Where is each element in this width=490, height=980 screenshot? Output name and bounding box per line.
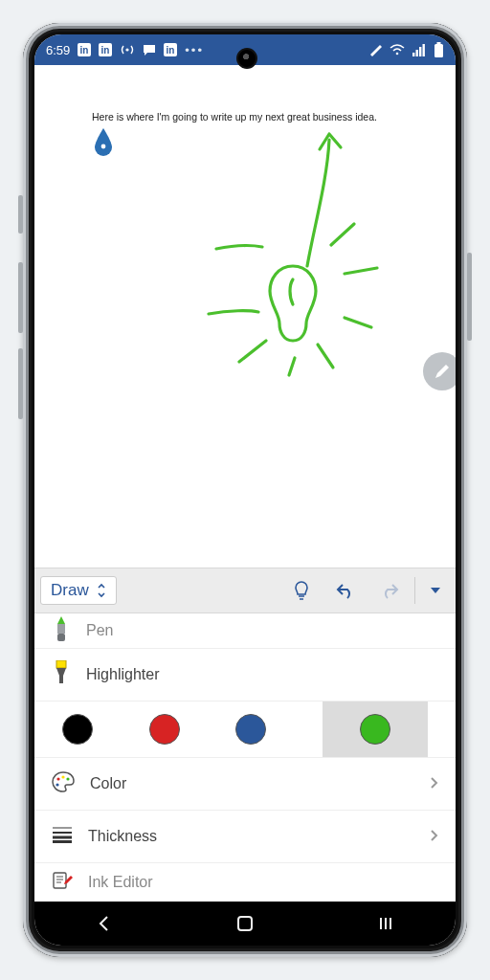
svg-text:in: in [80,45,89,56]
svg-point-22 [56,783,58,786]
signal-icon [412,43,426,56]
svg-rect-28 [238,917,252,930]
svg-rect-13 [434,44,443,57]
svg-rect-10 [419,47,421,56]
option-ink-editor[interactable]: Ink Editor [34,863,456,902]
document-text: Here is where I'm going to write up my n… [92,111,377,122]
ribbon-toolbar: Draw [34,568,456,613]
power-button [467,253,472,341]
nav-recents-button[interactable] [357,908,414,939]
svg-point-14 [101,145,106,149]
ink-editor-icon [52,870,73,895]
svg-text:in: in [167,45,175,56]
broadcast-icon [120,43,135,56]
svg-point-19 [56,777,59,780]
svg-rect-27 [54,873,66,888]
swatch-blue[interactable] [235,714,266,745]
ribbon-tab-label: Draw [51,581,89,600]
battery-icon [434,42,444,57]
svg-point-20 [61,775,64,778]
status-more-dots: ••• [185,43,204,57]
pen-icon [52,616,71,645]
svg-point-21 [66,777,69,780]
nav-back-button[interactable] [76,908,133,939]
wifi-icon [390,43,405,56]
svg-rect-15 [57,624,65,634]
swatch-black[interactable] [62,714,93,745]
tool-highlighter[interactable]: Highlighter [34,649,456,702]
option-thickness[interactable]: Thickness [34,811,456,863]
svg-rect-11 [423,44,425,56]
front-camera [236,48,257,69]
swatch-red[interactable] [149,714,180,745]
phone-frame: 6:59 in in in ••• [23,23,467,957]
tool-highlighter-label: Highlighter [86,666,438,683]
chevron-right-icon [429,774,438,794]
svg-rect-17 [56,660,66,668]
tab-switch-icon [97,583,106,598]
draw-options-panel: Pen Highlighter [34,613,456,902]
svg-rect-18 [59,676,63,683]
chevron-right-icon [429,827,438,847]
svg-point-4 [126,48,129,51]
nav-home-button[interactable] [216,908,274,939]
redo-button[interactable] [370,571,409,610]
toolbar-collapse-button[interactable] [421,571,450,610]
linkedin-icon: in [164,43,177,56]
undo-button[interactable] [326,571,365,610]
svg-rect-9 [416,50,418,56]
thickness-icon [52,826,73,847]
swatch-green-selected[interactable] [323,702,428,757]
volume-up-button [18,262,23,333]
svg-rect-8 [412,53,414,56]
chat-icon [143,43,156,56]
svg-rect-12 [437,42,441,44]
svg-point-7 [396,53,399,56]
linkedin-icon: in [78,43,91,56]
palette-icon [52,771,75,796]
option-thickness-label: Thickness [88,828,413,845]
side-button [18,195,23,234]
color-swatch-row [34,702,456,758]
edit-fab[interactable] [423,352,456,390]
svg-rect-16 [57,634,65,641]
ribbon-tab-draw[interactable]: Draw [40,576,117,605]
pen-status-icon [368,43,382,56]
document-canvas[interactable]: Here is where I'm going to write up my n… [34,65,456,568]
status-time: 6:59 [46,43,70,57]
hint-button[interactable] [282,571,321,610]
svg-text:in: in [101,45,110,56]
option-color-label: Color [90,775,413,792]
user-sketch [149,122,398,381]
volume-down-button [18,348,23,419]
option-color[interactable]: Color [34,758,456,811]
ink-drop-icon [92,126,115,161]
option-ink-editor-label: Ink Editor [88,874,438,891]
android-nav-bar [34,902,456,946]
tool-pen[interactable]: Pen [34,613,456,649]
linkedin-icon: in [99,43,112,56]
tool-pen-label: Pen [86,622,438,639]
highlighter-icon [52,660,71,689]
